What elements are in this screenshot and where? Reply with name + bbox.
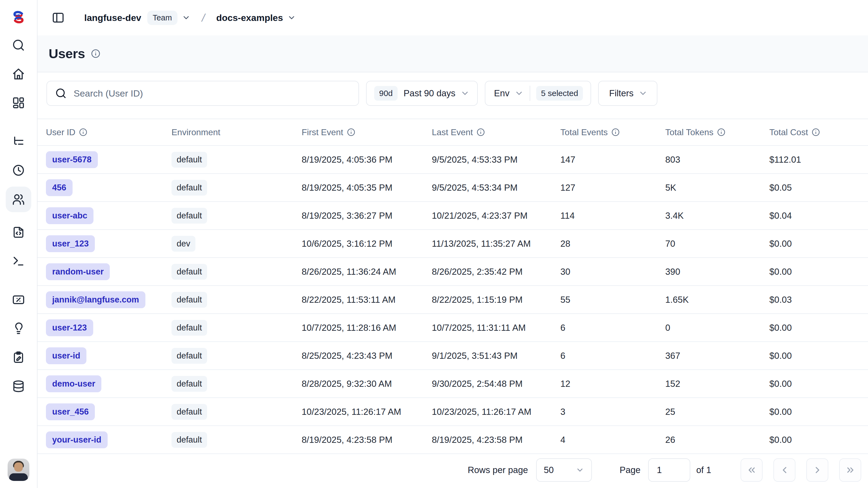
sidebar-toggle-icon[interactable]	[52, 11, 65, 24]
rows-per-page-select[interactable]: 50	[536, 458, 592, 482]
column-header-total-events[interactable]: Total Events	[560, 127, 665, 137]
user-id-badge[interactable]: your-user-id	[46, 431, 107, 448]
project-name[interactable]: docs-examples	[216, 12, 283, 23]
lightbulb-icon	[12, 322, 25, 335]
sidebar-item-playground[interactable]	[12, 255, 25, 268]
user-avatar[interactable]	[8, 459, 29, 481]
previous-page-button[interactable]	[773, 458, 796, 482]
cell-environment: default	[172, 320, 302, 336]
column-label: User ID	[46, 127, 75, 137]
info-icon[interactable]	[477, 128, 485, 136]
filters-button[interactable]: Filters	[598, 81, 657, 106]
environment-badge: default	[172, 348, 207, 364]
sidebar-item-evals[interactable]	[12, 322, 25, 335]
column-header-total-cost[interactable]: Total Cost	[769, 127, 868, 137]
cell-environment: default	[172, 180, 302, 196]
sidebar-item-dashboards[interactable]	[12, 96, 25, 109]
org-name[interactable]: langfuse-dev	[84, 12, 141, 23]
table-row[interactable]: random-userdefault8/26/2025, 11:36:24 AM…	[37, 258, 868, 286]
cell-total-tokens: 803	[665, 154, 769, 165]
cell-last-event: 8/19/2025, 4:23:58 PM	[432, 435, 560, 445]
column-header-total-tokens[interactable]: Total Tokens	[665, 127, 769, 137]
environment-badge: default	[172, 376, 207, 392]
info-icon[interactable]	[812, 128, 820, 136]
table-row[interactable]: user-abcdefault8/19/2025, 3:36:27 PM10/2…	[37, 202, 868, 230]
last-page-button[interactable]	[839, 458, 861, 482]
column-header-last-event[interactable]: Last Event	[432, 127, 560, 137]
cell-user-id: 456	[46, 179, 172, 196]
sidebar-item-datasets[interactable]	[12, 380, 25, 393]
table-row[interactable]: user-123default10/7/2025, 11:28:16 AM10/…	[37, 314, 868, 342]
cell-total-tokens: 367	[665, 351, 769, 361]
user-id-badge[interactable]: jannik@langfuse.com	[46, 291, 145, 308]
user-id-badge[interactable]: user_123	[46, 235, 95, 252]
table-row[interactable]: 456default8/19/2025, 4:05:35 PM9/5/2025,…	[37, 174, 868, 202]
cell-environment: default	[172, 404, 302, 420]
sidebar-item-annotation[interactable]	[12, 351, 25, 364]
cell-user-id: demo-user	[46, 375, 172, 392]
sidebar-item-prompts[interactable]	[12, 226, 25, 239]
environment-filter-button[interactable]: Env 5 selected	[485, 81, 591, 106]
search-input[interactable]	[74, 88, 350, 99]
table-row[interactable]: user-5678default8/19/2025, 4:05:36 PM9/5…	[37, 146, 868, 174]
cell-environment: default	[172, 208, 302, 224]
table-row[interactable]: your-user-iddefault8/19/2025, 4:23:58 PM…	[37, 426, 868, 454]
cell-first-event: 8/25/2025, 4:23:43 PM	[302, 351, 432, 361]
cell-total-cost: $0.00	[769, 351, 868, 361]
environment-badge: default	[172, 320, 207, 336]
filters-chevron-down-icon	[638, 89, 648, 98]
cell-user-id: user_123	[46, 235, 172, 252]
user-id-badge[interactable]: user_456	[46, 403, 95, 420]
database-icon	[12, 380, 25, 393]
cell-user-id: user-5678	[46, 151, 172, 168]
sidebar-item-scores[interactable]	[12, 293, 25, 306]
page-title-info-icon[interactable]	[91, 49, 100, 58]
cell-total-events: 55	[560, 295, 665, 305]
user-id-badge[interactable]: random-user	[46, 263, 110, 280]
user-id-badge[interactable]: user-abc	[46, 207, 93, 224]
cell-user-id: random-user	[46, 263, 172, 280]
page-label: Page	[620, 465, 641, 475]
column-label: Environment	[172, 127, 220, 137]
first-page-button[interactable]	[741, 458, 763, 482]
cell-environment: default	[172, 264, 302, 280]
score-card-icon	[12, 293, 25, 306]
environment-filter-label: Env	[494, 88, 509, 98]
user-id-badge[interactable]: 456	[46, 179, 72, 196]
project-switcher-chevron-down-icon[interactable]	[287, 13, 296, 22]
user-id-badge[interactable]: demo-user	[46, 375, 101, 392]
cell-total-tokens: 1.65K	[665, 295, 769, 305]
table-row[interactable]: user_123dev10/6/2025, 3:16:12 PM11/13/20…	[37, 230, 868, 258]
pager-buttons	[741, 458, 861, 482]
next-page-button[interactable]	[806, 458, 828, 482]
sidebar-item-users[interactable]	[6, 186, 31, 212]
info-icon[interactable]	[79, 128, 87, 136]
sidebar-item-sessions[interactable]	[12, 164, 25, 177]
org-switcher-chevron-down-icon[interactable]	[182, 13, 190, 22]
clipboard-pen-icon	[12, 351, 25, 364]
table-row[interactable]: user_456default10/23/2025, 11:26:17 AM10…	[37, 398, 868, 426]
table-row[interactable]: user-iddefault8/25/2025, 4:23:43 PM9/1/2…	[37, 342, 868, 370]
table-row[interactable]: jannik@langfuse.comdefault8/22/2025, 11:…	[37, 286, 868, 314]
user-id-badge[interactable]: user-123	[46, 319, 93, 336]
sidebar-item-tracing[interactable]	[12, 135, 25, 148]
page-number-input[interactable]	[648, 458, 690, 482]
info-icon[interactable]	[612, 128, 620, 136]
table-row[interactable]: demo-userdefault8/28/2025, 9:32:30 AM9/3…	[37, 370, 868, 398]
cell-total-events: 4	[560, 435, 665, 445]
user-id-badge[interactable]: user-5678	[46, 151, 98, 168]
cell-total-tokens: 25	[665, 407, 769, 417]
column-header-first-event[interactable]: First Event	[302, 127, 432, 137]
langfuse-logo-icon[interactable]	[10, 9, 26, 25]
sidebar-item-home[interactable]	[12, 67, 25, 81]
column-header-user-id[interactable]: User ID	[46, 127, 172, 137]
info-icon[interactable]	[717, 128, 725, 136]
cell-first-event: 8/28/2025, 9:32:30 AM	[302, 379, 432, 389]
column-header-environment[interactable]: Environment	[172, 127, 302, 137]
date-range-button[interactable]: 90d Past 90 days	[366, 81, 478, 106]
info-icon[interactable]	[347, 128, 355, 136]
user-id-badge[interactable]: user-id	[46, 347, 86, 364]
sidebar-item-search[interactable]	[12, 39, 25, 52]
divider	[530, 86, 530, 101]
cell-user-id: jannik@langfuse.com	[46, 291, 172, 308]
